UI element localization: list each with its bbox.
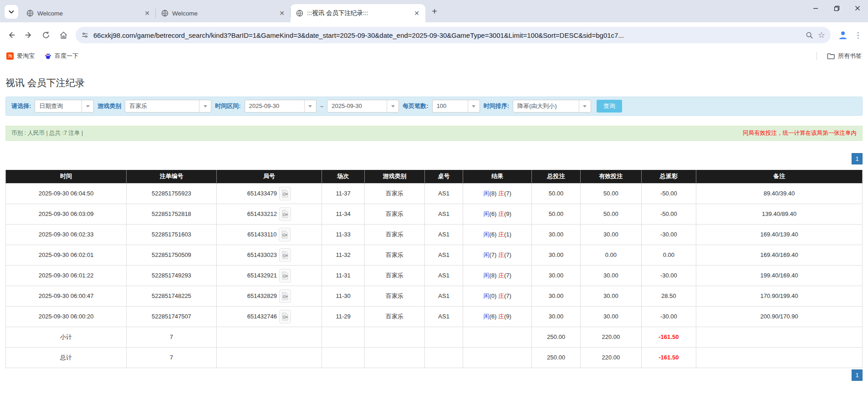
window-controls [805, 0, 868, 16]
per-page-select[interactable]: 100 [432, 100, 480, 113]
close-tab-icon[interactable]: ✕ [278, 9, 286, 17]
all-bookmarks-button[interactable]: 所有书签 [827, 52, 862, 60]
query-type-select[interactable]: 日期查询 [35, 100, 94, 113]
bet-time: 2025-09-30 06:04:50 [6, 183, 127, 204]
forward-button[interactable] [21, 27, 36, 43]
video-replay-icon[interactable] [279, 248, 291, 262]
col-bet-id: 注单编号 [127, 170, 217, 183]
result-cell: 闲(6) 庄(9) [463, 306, 531, 327]
maximize-button[interactable] [826, 0, 847, 16]
select-label: 请选择: [11, 102, 31, 110]
new-tab-button[interactable]: + [428, 5, 441, 18]
session: 11-32 [322, 245, 365, 265]
zoom-page-icon[interactable] [806, 31, 813, 39]
game-type: 百家乐 [365, 265, 425, 286]
tab-search-button[interactable] [5, 5, 18, 19]
session: 11-33 [322, 224, 365, 245]
browser-tab-bar: Welcome ✕ Welcome ✕ :::视讯 会员下注纪录::: ✕ + [0, 0, 868, 22]
bet-records-table: 时间 注单编号 局号 场次 游戏类别 桌号 结果 总投注 有效投注 总派彩 备注… [5, 170, 863, 368]
game-type-select[interactable]: 百家乐 [125, 100, 211, 113]
remark: 199.40/169.40 [696, 265, 863, 286]
per-page-label: 每页笔数: [403, 102, 428, 110]
total-count: 7 [127, 347, 217, 368]
table-code: AS1 [424, 245, 463, 265]
bet-id: 522851750509 [127, 245, 217, 265]
valid-bet: 50.00 [581, 183, 642, 204]
url-text[interactable]: 66cxkj98.com/game/betrecord_search/kind3… [93, 31, 801, 39]
video-replay-icon[interactable] [279, 207, 291, 221]
bet-time: 2025-09-30 06:00:20 [6, 306, 127, 327]
browser-tab-active[interactable]: :::视讯 会员下注纪录::: ✕ [291, 4, 425, 22]
remark: 170.90/199.40 [696, 286, 863, 306]
payout: 28.50 [641, 286, 696, 306]
close-tab-icon[interactable]: ✕ [413, 9, 421, 17]
home-button[interactable] [56, 27, 71, 43]
sort-label: 时间排序: [484, 102, 509, 110]
subtotal-total-bet: 250.00 [531, 327, 580, 347]
valid-bet: 0.00 [581, 245, 642, 265]
round-id-cell: 651433479 [216, 183, 322, 204]
video-replay-icon[interactable] [279, 310, 291, 323]
sort-select[interactable]: 降幂(由大到小) [513, 100, 591, 113]
minimize-button[interactable] [805, 0, 826, 16]
chevron-down-icon [387, 100, 398, 112]
summary-info-bar: 币别 : 人民币 | 总共 :7 注单 | 同局有效投注，统一计算在该局第一张注… [5, 126, 863, 141]
table-code: AS1 [424, 306, 463, 327]
payout: -30.00 [641, 224, 696, 245]
video-replay-icon[interactable] [279, 228, 291, 241]
round-id: 651432829 [247, 292, 277, 299]
payout: -30.00 [641, 306, 696, 327]
result-cell: 闲(8) 庄(7) [463, 183, 531, 204]
date-end-select[interactable]: 2025-09-30 [327, 100, 399, 113]
video-replay-icon[interactable] [279, 289, 291, 303]
close-tab-icon[interactable]: ✕ [143, 9, 151, 17]
profile-avatar[interactable] [835, 27, 851, 43]
table-row: 2025-09-30 06:00:47 522851748225 6514328… [6, 286, 863, 306]
browser-tab-2[interactable]: Welcome ✕ [156, 4, 291, 22]
payout: -30.00 [641, 265, 696, 286]
total-payout: -161.50 [641, 347, 696, 368]
total-bet: 30.00 [531, 306, 580, 327]
total-total-bet: 250.00 [531, 347, 580, 368]
total-label: 总计 [6, 347, 127, 368]
session: 11-29 [322, 306, 365, 327]
result-cell: 闲(6) 庄(1) [463, 224, 531, 245]
game-type: 百家乐 [365, 204, 425, 224]
table-code: AS1 [424, 183, 463, 204]
round-id-cell: 651432746 [216, 306, 322, 327]
date-start-select[interactable]: 2025-09-30 [245, 100, 317, 113]
total-bet: 50.00 [531, 183, 580, 204]
subtotal-valid-bet: 220.00 [581, 327, 642, 347]
page-number-button[interactable]: 1 [852, 153, 863, 164]
table-row: 2025-09-30 06:04:50 522851755923 6514334… [6, 183, 863, 204]
video-replay-icon[interactable] [279, 269, 291, 282]
table-row: 2025-09-30 06:03:09 522851752818 6514332… [6, 204, 863, 224]
back-button[interactable] [4, 27, 19, 43]
session: 11-31 [322, 265, 365, 286]
remark: 89.40/39.40 [696, 183, 863, 204]
search-button[interactable]: 查询 [597, 100, 622, 113]
payout: 0.00 [641, 245, 696, 265]
refresh-button[interactable] [38, 27, 54, 43]
bookmarks-bar: 淘 爱淘宝 百度一下 所有书签 [0, 48, 868, 64]
bookmark-taobao[interactable]: 淘 爱淘宝 [6, 52, 35, 60]
table-row: 2025-09-30 06:02:01 522851750509 6514330… [6, 245, 863, 265]
round-id-cell: 651432829 [216, 286, 322, 306]
browser-menu-icon[interactable]: ⋮ [853, 27, 863, 43]
table-body: 2025-09-30 06:04:50 522851755923 6514334… [6, 183, 863, 327]
site-settings-icon[interactable] [81, 31, 89, 39]
round-id: 651433023 [247, 251, 277, 258]
video-replay-icon[interactable] [279, 187, 291, 200]
page-number-button[interactable]: 1 [852, 369, 863, 381]
bookmark-baidu[interactable]: 百度一下 [45, 52, 78, 60]
browser-tab-1[interactable]: Welcome ✕ [21, 4, 156, 22]
taobao-icon: 淘 [6, 52, 14, 60]
col-session: 场次 [322, 170, 365, 183]
address-bar[interactable]: 66cxkj98.com/game/betrecord_search/kind3… [76, 27, 831, 43]
round-id-cell: 651433110 [216, 224, 322, 245]
bookmarks-divider [817, 52, 817, 60]
bookmark-label: 爱淘宝 [17, 52, 35, 60]
bet-id: 522851749293 [127, 265, 217, 286]
close-window-button[interactable] [847, 0, 868, 16]
bookmark-star-icon[interactable]: ☆ [818, 30, 825, 40]
